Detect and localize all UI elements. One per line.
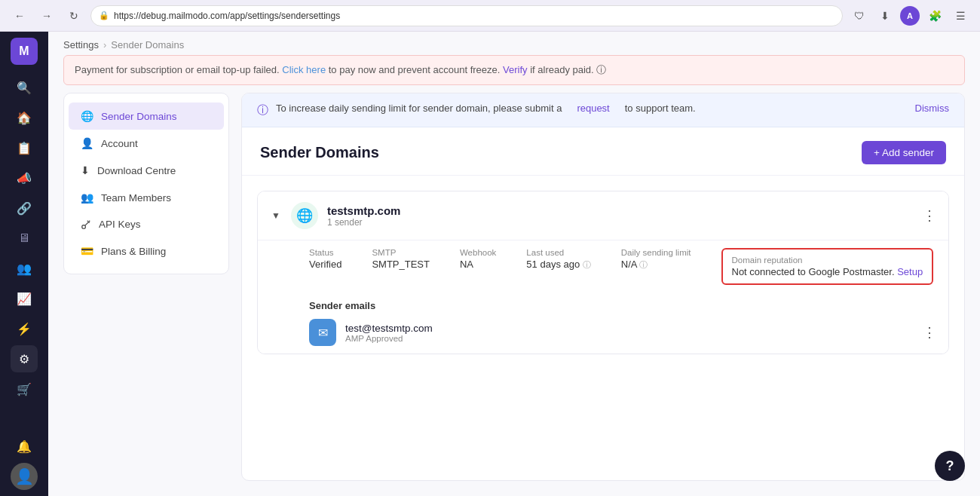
amp-approved-badge: AMP Approved (345, 334, 914, 343)
left-nav-panel: 🌐 Sender Domains 👤 Account ⬇ Download Ce… (63, 93, 229, 274)
webhook-label: Webhook (460, 248, 496, 257)
nav-label-sender-domains: Sender Domains (101, 111, 177, 122)
alert-click-here-link[interactable]: Click here (282, 64, 326, 75)
alert-verify-link[interactable]: Verify (503, 64, 528, 75)
browser-actions: 🛡 ⬇ A 🧩 ☰ (849, 5, 971, 26)
sidebar-item-contacts[interactable]: 👥 (11, 255, 38, 282)
info-icon: ⓘ (583, 260, 591, 269)
account-icon: 👤 (81, 137, 93, 149)
sidebar-item-analytics[interactable]: 📈 (11, 285, 38, 312)
domain-globe-icon: 🌐 (291, 202, 318, 229)
breadcrumb-current: Sender Domains (111, 39, 184, 51)
sender-emails-section: Sender emails ✉ test@testsmtp.com AMP Ap… (258, 292, 948, 354)
request-link[interactable]: request (577, 103, 609, 114)
shield-icon[interactable]: 🛡 (849, 5, 870, 26)
panel-header: Sender Domains + Add sender (242, 127, 964, 176)
team-icon: 👥 (81, 191, 93, 204)
dismiss-button[interactable]: Dismiss (915, 103, 950, 114)
stat-smtp: SMTP SMTP_TEST (372, 248, 430, 285)
user-avatar[interactable]: A (900, 6, 920, 26)
daily-limit-info-icon: ⓘ (639, 260, 648, 269)
alert-text-middle: to pay now and prevent account freeze. (329, 64, 501, 75)
sidebar-item-home[interactable]: 🏠 (11, 104, 38, 131)
main-content: Settings › Sender Domains Payment for su… (48, 32, 980, 496)
nav-label-plans-billing: Plans & Billing (101, 246, 166, 257)
key-icon (81, 219, 91, 230)
download-icon[interactable]: ⬇ (874, 5, 896, 26)
status-label: Status (309, 248, 341, 257)
sidebar-item-announcements[interactable]: 📣 (11, 164, 38, 191)
daily-limit-label: Daily sending limit (621, 248, 691, 257)
sidebar-item-settings[interactable]: ⚙ (11, 345, 38, 372)
smtp-label: SMTP (372, 248, 430, 257)
sender-email-item: ✉ test@testsmtp.com AMP Approved ⋮ (309, 319, 936, 346)
stat-webhook: Webhook NA (460, 248, 496, 285)
nav-item-sender-domains[interactable]: 🌐 Sender Domains (69, 103, 224, 130)
extensions-icon[interactable]: 🧩 (924, 5, 945, 26)
nav-item-team-members[interactable]: 👥 Team Members (69, 184, 224, 211)
alert-info-icon: ⓘ (596, 64, 606, 75)
right-panel: ⓘ To increase daily sending limit for se… (241, 93, 965, 481)
reputation-setup-link[interactable]: Setup (897, 266, 923, 277)
nav-item-download-centre[interactable]: ⬇ Download Centre (69, 157, 224, 184)
domain-more-button[interactable]: ⋮ (923, 207, 936, 224)
url-text: https://debug.mailmodo.com/app/settings/… (114, 11, 340, 21)
alert-text-before: Payment for subscription or email top-up… (75, 64, 280, 75)
reputation-label: Domain reputation (732, 256, 923, 265)
nav-item-account[interactable]: 👤 Account (69, 130, 224, 157)
sidebar-item-notifications[interactable]: 🔔 (11, 433, 38, 460)
daily-limit-value: N/A ⓘ (621, 259, 691, 271)
domain-reputation-box: Domain reputation Not connected to Googl… (721, 248, 934, 285)
breadcrumb-root[interactable]: Settings (63, 39, 99, 51)
address-bar[interactable]: 🔒 https://debug.mailmodo.com/app/setting… (90, 5, 843, 26)
domain-stats: Status Verified SMTP SMTP_TEST Webhook N… (258, 240, 948, 292)
refresh-button[interactable]: ↻ (63, 5, 84, 26)
back-button[interactable]: ← (9, 5, 30, 26)
info-notice: ⓘ To increase daily sending limit for se… (242, 93, 964, 127)
globe-icon: 🌐 (81, 110, 93, 122)
user-profile-avatar[interactable]: 👤 (11, 463, 38, 490)
nav-item-api-keys[interactable]: API Keys (69, 211, 224, 237)
domain-card: ▼ 🌐 testsmtp.com 1 sender ⋮ Status (257, 191, 949, 354)
sidebar-item-links[interactable]: 🔗 (11, 194, 38, 222)
info-notice-text-after: to support team. (625, 103, 696, 114)
info-circle-icon: ⓘ (257, 103, 268, 118)
email-envelope-icon: ✉ (309, 319, 336, 346)
sidebar-item-automation[interactable]: ⚡ (11, 315, 38, 342)
help-button[interactable]: ? (935, 451, 965, 481)
webhook-value: NA (460, 259, 496, 270)
expand-button[interactable]: ▼ (270, 209, 282, 222)
breadcrumb: Settings › Sender Domains (48, 32, 980, 55)
content-area: 🌐 Sender Domains 👤 Account ⬇ Download Ce… (48, 93, 980, 496)
alert-banner: Payment for subscription or email top-up… (63, 55, 965, 85)
stat-last-used: Last used 51 days ago ⓘ (526, 248, 590, 285)
left-sidebar: M 🔍 🏠 📋 📣 🔗 🖥 👥 📈 ⚡ ⚙ 🛒 🔔 👤 (0, 32, 48, 496)
sidebar-item-store[interactable]: 🛒 (11, 375, 38, 403)
billing-icon: 💳 (81, 245, 93, 257)
menu-icon[interactable]: ☰ (950, 5, 971, 26)
info-notice-text: To increase daily sending limit for send… (276, 103, 562, 114)
email-address: test@testsmtp.com (345, 323, 914, 334)
nav-label-download-centre: Download Centre (97, 165, 176, 176)
domain-name: testsmtp.com (327, 204, 914, 217)
email-more-button[interactable]: ⋮ (923, 324, 936, 341)
last-used-label: Last used (526, 248, 590, 257)
email-info: test@testsmtp.com AMP Approved (345, 323, 914, 343)
sidebar-item-monitor[interactable]: 🖥 (11, 225, 38, 252)
add-sender-button[interactable]: + Add sender (862, 141, 946, 164)
sender-emails-title: Sender emails (309, 300, 936, 311)
domain-header: ▼ 🌐 testsmtp.com 1 sender ⋮ (258, 191, 948, 240)
app-logo[interactable]: M (11, 38, 38, 65)
alert-text-after: if already paid. (530, 64, 594, 75)
domain-sender-count: 1 sender (327, 217, 914, 228)
forward-button[interactable]: → (36, 5, 57, 26)
nav-item-plans-billing[interactable]: 💳 Plans & Billing (69, 237, 224, 265)
sidebar-item-search[interactable]: 🔍 (11, 74, 38, 101)
download-centre-icon: ⬇ (81, 164, 90, 176)
breadcrumb-separator: › (103, 39, 106, 51)
stat-daily-limit: Daily sending limit N/A ⓘ (621, 248, 691, 285)
smtp-value: SMTP_TEST (372, 259, 430, 270)
status-value: Verified (309, 259, 341, 270)
app-layout: M 🔍 🏠 📋 📣 🔗 🖥 👥 📈 ⚡ ⚙ 🛒 🔔 👤 Settings › S… (0, 32, 980, 496)
sidebar-item-campaigns[interactable]: 📋 (11, 134, 38, 161)
